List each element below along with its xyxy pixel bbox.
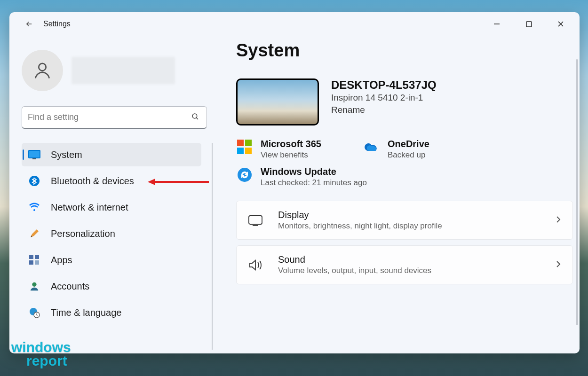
tile-title: Windows Update [261,166,367,177]
svg-rect-16 [35,260,39,265]
card-sound[interactable]: Sound Volume levels, output, input, soun… [236,245,573,284]
settings-window: Settings [9,12,580,353]
update-icon [236,166,253,183]
svg-rect-22 [237,148,244,154]
wifi-icon [28,201,40,213]
watermark-line2: report [26,354,71,368]
nav-item-bluetooth[interactable]: Bluetooth & devices [22,169,201,193]
sound-icon [247,257,264,274]
back-button[interactable] [24,18,35,30]
tile-windows-update[interactable]: Windows Update Last checked: 21 minutes … [236,166,573,188]
microsoft-logo-icon [236,139,253,156]
svg-rect-14 [35,255,39,259]
clock-globe-icon [28,306,40,319]
minimize-button[interactable] [486,16,507,32]
svg-rect-23 [245,148,252,154]
nav-item-personalization[interactable]: Personalization [22,222,201,245]
nav-label: Time & language [51,307,121,318]
chevron-right-icon [555,260,562,270]
svg-point-17 [32,282,36,287]
card-subtitle: Monitors, brightness, night light, displ… [278,221,442,231]
device-name: DESKTOP-4L537JQ [331,78,437,92]
status-tiles: Microsoft 365 View benefits OneDrive Bac… [236,139,573,160]
svg-rect-9 [32,158,36,159]
window-controls [486,16,575,32]
nav-label: Bluetooth & devices [51,176,134,187]
sidebar: System Bluetooth & devices Network & int… [9,36,221,353]
search-icon [191,112,199,123]
nav-label: System [51,149,82,160]
paintbrush-icon [28,227,40,240]
svg-rect-13 [29,255,33,259]
device-section: DESKTOP-4L537JQ Inspiron 14 5410 2-in-1 … [236,78,573,125]
tile-subtitle: View benefits [261,150,321,160]
nav-item-apps[interactable]: Apps [22,248,201,272]
main-content: System DESKTOP-4L537JQ Inspiron 14 5410 … [221,36,580,353]
tile-onedrive[interactable]: OneDrive Backed up [363,139,457,160]
svg-rect-1 [526,22,532,27]
profile-section[interactable] [22,50,216,91]
monitor-icon [28,149,40,161]
tile-microsoft365[interactable]: Microsoft 365 View benefits [236,139,330,160]
svg-marker-12 [148,179,155,185]
app-title: Settings [43,20,71,28]
card-subtitle: Volume levels, output, input, sound devi… [278,266,431,275]
svg-rect-15 [29,260,33,265]
tile-subtitle: Backed up [388,150,429,160]
card-display[interactable]: Display Monitors, brightness, night ligh… [236,201,573,240]
nav-item-network[interactable]: Network & internet [22,196,201,219]
device-info: DESKTOP-4L537JQ Inspiron 14 5410 2-in-1 … [331,78,437,115]
bluetooth-icon [28,175,40,187]
card-title: Sound [278,254,431,265]
nav-label: Personalization [51,228,115,239]
annotation-arrow [148,178,209,186]
nav-label: Apps [51,255,72,266]
page-title: System [236,40,573,61]
scrollbar[interactable] [576,59,578,325]
tile-title: OneDrive [388,139,429,149]
nav-label: Accounts [51,281,89,292]
nav-list: System Bluetooth & devices Network & int… [22,143,213,350]
device-model: Inspiron 14 5410 2-in-1 [331,93,437,103]
person-icon [28,280,40,292]
svg-point-5 [192,114,197,118]
watermark-line1: windows [11,341,71,354]
svg-rect-20 [237,140,244,146]
nav-item-time-language[interactable]: Time & language [22,301,201,324]
window-body: System Bluetooth & devices Network & int… [9,36,580,353]
profile-name-redacted [72,57,175,84]
nav-label: Network & internet [51,202,128,213]
titlebar: Settings [9,12,580,36]
device-thumbnail[interactable] [236,78,319,125]
close-button[interactable] [550,16,571,32]
svg-rect-25 [249,216,262,224]
onedrive-icon [363,139,380,156]
tile-subtitle: Last checked: 21 minutes ago [261,178,367,188]
tile-title: Microsoft 365 [261,139,321,149]
svg-rect-8 [29,151,40,157]
display-icon [247,212,264,229]
search-input[interactable] [22,106,207,129]
svg-rect-21 [245,140,252,146]
maximize-button[interactable] [518,16,539,32]
rename-link[interactable]: Rename [331,105,437,115]
nav-item-accounts[interactable]: Accounts [22,274,201,298]
chevron-right-icon [555,216,562,225]
card-title: Display [278,210,442,220]
search-wrapper [22,106,207,129]
svg-point-4 [39,63,46,70]
watermark: windows report [11,341,71,368]
nav-item-system[interactable]: System [22,143,201,166]
avatar [22,50,63,91]
apps-icon [28,254,40,266]
svg-line-6 [196,118,198,119]
